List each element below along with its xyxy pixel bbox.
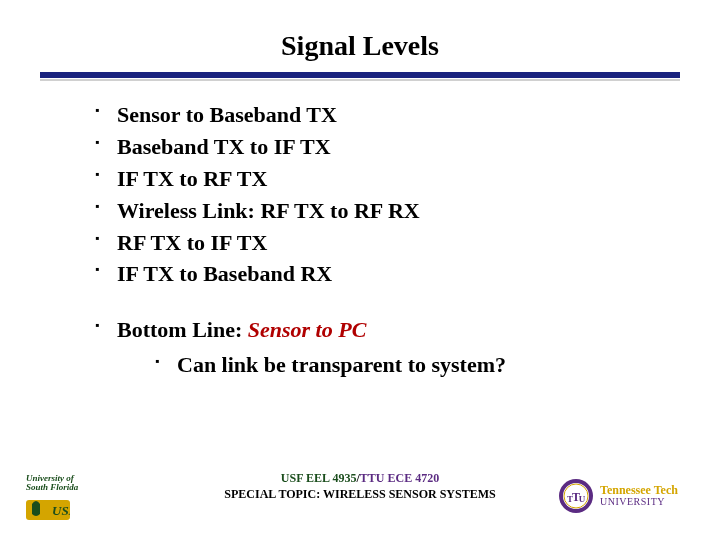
ttu-logo-line2: UNIVERSITY (600, 497, 678, 508)
list-item: Wireless Link: RF TX to RF RX (95, 195, 650, 227)
list-item-text: Sensor to Baseband TX (117, 102, 337, 127)
svg-text:U: U (579, 494, 586, 504)
list-item-text: IF TX to Baseband RX (117, 261, 332, 286)
list-item: IF TX to RF TX (95, 163, 650, 195)
footer: University of South Florida USF USF EEL … (0, 462, 720, 522)
bottom-line-emph: Sensor to PC (248, 317, 367, 342)
bottom-line-item: Bottom Line: Sensor to PC Can link be tr… (95, 314, 650, 381)
bottom-line-list: Bottom Line: Sensor to PC Can link be tr… (95, 314, 650, 381)
list-item: IF TX to Baseband RX (95, 258, 650, 290)
list-item-text: RF TX to IF TX (117, 230, 267, 255)
bottom-line-label: Bottom Line: (117, 317, 248, 342)
footer-line2: SPECIAL TOPIC: WIRELESS SENSOR SYSTEMS (224, 486, 495, 502)
title-rule (40, 72, 680, 81)
list-item: Sensor to Baseband TX (95, 99, 650, 131)
ttu-logo: T T U Tennessee Tech UNIVERSITY (558, 474, 698, 518)
usf-logo-line2: South Florida (26, 483, 126, 492)
svg-text:T: T (567, 494, 573, 504)
usf-bull-icon: USF (26, 494, 70, 520)
ttu-logo-text: Tennessee Tech UNIVERSITY (600, 484, 678, 507)
footer-center: USF EEL 4935/TTU ECE 4720 SPECIAL TOPIC:… (224, 470, 495, 502)
list-item-text: IF TX to RF TX (117, 166, 267, 191)
content-area: Sensor to Baseband TX Baseband TX to IF … (0, 81, 720, 381)
list-item: RF TX to IF TX (95, 227, 650, 259)
footer-ttu-code: TTU ECE 4720 (360, 471, 439, 485)
slide-title: Signal Levels (0, 0, 720, 72)
bottom-line-subtext: Can link be transparent to system? (177, 352, 506, 377)
usf-logo: University of South Florida USF (26, 474, 126, 522)
bottom-line-sublist: Can link be transparent to system? (117, 346, 650, 381)
footer-usf-code: USF EEL 4935 (281, 471, 357, 485)
list-item: Baseband TX to IF TX (95, 131, 650, 163)
bullet-list: Sensor to Baseband TX Baseband TX to IF … (95, 99, 650, 290)
svg-text:USF: USF (52, 503, 70, 518)
ttu-medal-icon: T T U (558, 478, 594, 514)
slide: Signal Levels Sensor to Baseband TX Base… (0, 0, 720, 540)
list-item-text: Wireless Link: RF TX to RF RX (117, 198, 420, 223)
list-item-text: Baseband TX to IF TX (117, 134, 331, 159)
footer-line1: USF EEL 4935/TTU ECE 4720 (224, 470, 495, 486)
bottom-line-subitem: Can link be transparent to system? (155, 350, 650, 381)
